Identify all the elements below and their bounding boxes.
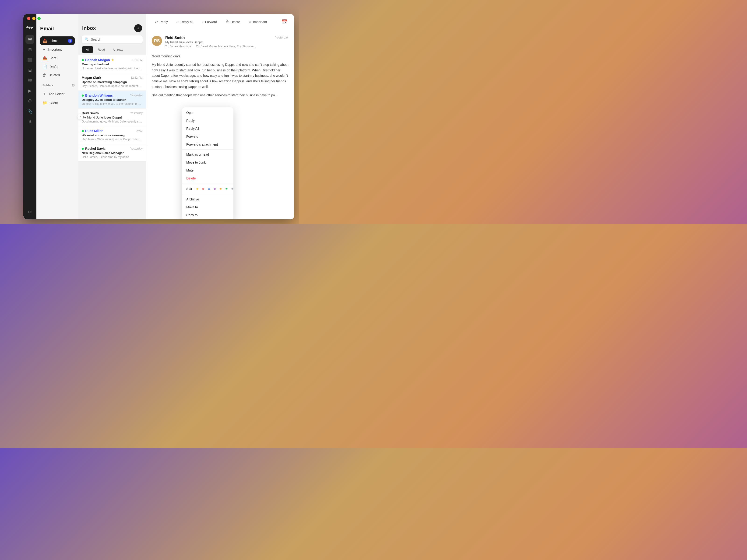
email-sender-4: Reid Smith (82, 111, 99, 115)
sidebar-icon-mail[interactable]: ✉ (25, 76, 34, 85)
email-item-3[interactable]: Brandon Williams Yesterday Designly 2.0 … (78, 91, 146, 108)
filter-tab-unread[interactable]: Unread (109, 46, 128, 53)
filter-tab-all[interactable]: All (82, 46, 93, 53)
email-item-2[interactable]: Megan Clark 12:32 PM Update on marketing… (78, 73, 146, 91)
filter-tab-read[interactable]: Read (93, 46, 109, 53)
ctx-mute[interactable]: Mute (182, 166, 233, 174)
sidebar-icon-inbox[interactable]: ✉ (25, 35, 34, 44)
nav-item-deleted-label: Deleted (49, 73, 60, 77)
email-item-4[interactable]: Reid Smith Yesterday My friend Julie lov… (78, 108, 146, 126)
ctx-mark-unread[interactable]: Mark as unread (182, 151, 233, 158)
to-label: To: (165, 45, 169, 48)
sent-nav-icon: 📤 (43, 56, 47, 60)
nav-item-inbox-label: Inbox (50, 39, 57, 43)
nav-item-inbox[interactable]: 📥 Inbox 4 (40, 36, 75, 45)
email-greeting: Good morning guys, (152, 54, 288, 59)
sidebar-icon-clip[interactable]: 📎 (25, 107, 34, 116)
cc-recipients: Jared Moore, Michela Nava, Eric Stromber… (201, 45, 256, 48)
star-color-picker: ★ ★ ★ ★ ★ ★ ★ (195, 186, 235, 191)
nav-item-add-folder[interactable]: ＋ Add Folder (40, 89, 75, 99)
email-item-5[interactable]: Russ Miller 2/5/2 We need some more swee… (78, 126, 146, 144)
nav-item-important[interactable]: ✦ Important (40, 45, 75, 54)
ctx-open[interactable]: Open (182, 109, 233, 117)
nav-item-deleted[interactable]: 🗑 Deleted (40, 71, 75, 79)
star-color-red[interactable]: ★ (201, 186, 206, 191)
star-color-green[interactable]: ★ (224, 186, 229, 191)
nav-item-sent-label: Sent (50, 56, 56, 60)
calendar-icon-button[interactable]: 📅 (280, 18, 288, 26)
sidebar-icon-play[interactable]: ▶ (25, 86, 34, 95)
ctx-reply[interactable]: Reply (182, 117, 233, 125)
email-toolbar: ↩ Reply ↩ Reply all » Forward 🗑 Delete ☆… (146, 14, 294, 30)
ctx-delete[interactable]: Delete (182, 174, 233, 182)
email-item-6[interactable]: Rachel Davis Yesterday New Regional Sale… (78, 144, 146, 162)
email-time-5: 2/5/2 (136, 129, 143, 133)
unread-dot-6 (82, 148, 84, 150)
ctx-star[interactable]: Star ★ ★ ★ ★ ★ ★ ★ (182, 184, 233, 193)
deleted-nav-icon: 🗑 (43, 73, 46, 77)
ctx-archive[interactable]: Archinve (182, 195, 233, 203)
email-sender-1: Hannah Morgan ★ (82, 58, 114, 62)
traffic-light-green[interactable] (37, 17, 41, 20)
important-label: Important (253, 20, 267, 24)
reply-all-button[interactable]: ↩ Reply all (173, 18, 197, 26)
ctx-move-junk[interactable]: Move to Junk (182, 158, 233, 166)
search-input[interactable] (91, 37, 140, 41)
nav-item-add-folder-label: Add Folder (49, 92, 65, 96)
email-sender-3: Brandon Williams (82, 94, 113, 97)
sidebar-icons: dappr ✉ ⊞ ⬛ ⊟ ✉ ▶ ⚇ 📎 $ ⚙ (23, 14, 36, 219)
sidebar-icon-settings[interactable]: ⚙ (25, 208, 34, 216)
delete-label: Delete (231, 20, 240, 24)
traffic-light-yellow[interactable] (32, 17, 35, 20)
email-recipients: To: James Hendricks, Cc: Jared Moore, Mi… (165, 45, 272, 48)
star-color-amber[interactable]: ★ (218, 186, 223, 191)
ctx-forward[interactable]: Forward (182, 133, 233, 140)
email-item-1[interactable]: Hannah Morgan ★ 1:24 PM Meeting schedule… (78, 55, 146, 73)
sidebar-icon-bank[interactable]: ⊟ (25, 66, 34, 75)
delete-button[interactable]: 🗑 Delete (222, 18, 243, 26)
ctx-divider-3 (182, 194, 233, 194)
sidebar-icon-dollar[interactable]: $ (25, 117, 34, 126)
folders-gear-icon[interactable]: ⚙ (72, 83, 75, 87)
ctx-star-label: Star (186, 187, 192, 191)
unread-dot-3 (82, 95, 84, 97)
nav-item-client[interactable]: 📁 Client (40, 99, 75, 107)
email-items: Hannah Morgan ★ 1:24 PM Meeting schedule… (78, 55, 146, 219)
nav-item-drafts[interactable]: 📄 Drafts (40, 62, 75, 71)
email-time-3: Yesterday (130, 94, 143, 97)
email-preview-2: Hey Richard, Here's an update on the mar… (82, 84, 143, 88)
email-subject-6: New Regional Sales Manager (82, 151, 143, 155)
nav-item-sent[interactable]: 📤 Sent (40, 54, 75, 62)
reply-icon: ↩ (155, 20, 158, 24)
ctx-move-to[interactable]: Move to (182, 203, 233, 211)
email-preview-5: Hey James, We're running out of Dappr co… (82, 138, 143, 141)
important-button[interactable]: ☆ Important (245, 18, 270, 26)
ctx-reply-all[interactable]: Reply All (182, 125, 233, 133)
important-icon: ☆ (248, 20, 252, 24)
logo: dappr (26, 26, 34, 29)
folders-section-title: Folders ⚙ (43, 83, 75, 87)
sidebar-icon-group[interactable]: ⚇ (25, 97, 34, 105)
sidebar-icon-chart[interactable]: ⬛ (25, 56, 34, 64)
email-body-text-2: She did mention that people who use othe… (152, 92, 288, 98)
email-time-4: Yesterday (130, 111, 143, 115)
star-color-purple[interactable]: ★ (213, 186, 217, 191)
email-subject-1: Meeting scheduled (82, 62, 143, 66)
traffic-light-red[interactable] (27, 17, 30, 20)
ctx-copy-to[interactable]: Copy to (182, 211, 233, 219)
nav-toggle-arrow[interactable]: › (77, 114, 83, 119)
email-text: Good morning guys, My friend Julie recen… (152, 54, 288, 98)
sidebar-icon-building[interactable]: ⊞ (25, 45, 34, 54)
star-color-yellow[interactable]: ★ (195, 186, 200, 191)
reply-button[interactable]: ↩ Reply (152, 18, 171, 26)
forward-button[interactable]: » Forward (199, 18, 221, 26)
star-icon-1: ★ (111, 58, 114, 61)
email-time-2: 12:32 PM (131, 76, 143, 79)
email-sender-5: Russ Miller (82, 129, 103, 133)
email-meta: RS Reid Smith My friend Julie loves Dapp… (152, 36, 288, 48)
star-color-gray[interactable]: ★ (230, 186, 235, 191)
nav-item-client-label: Client (50, 101, 58, 105)
add-email-button[interactable]: + (134, 24, 142, 32)
star-color-blue[interactable]: ★ (207, 186, 211, 191)
ctx-forward-attachment[interactable]: Forward s attachment (182, 140, 233, 149)
